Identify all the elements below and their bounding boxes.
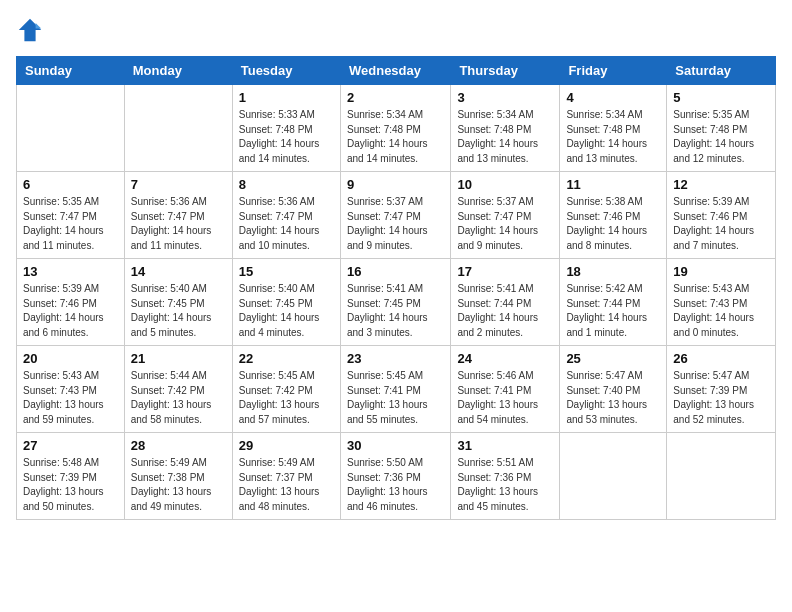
day-number: 29: [239, 438, 334, 453]
day-info: Sunrise: 5:34 AM Sunset: 7:48 PM Dayligh…: [457, 108, 553, 166]
calendar-day-cell: 10Sunrise: 5:37 AM Sunset: 7:47 PM Dayli…: [451, 172, 560, 259]
day-info: Sunrise: 5:49 AM Sunset: 7:38 PM Dayligh…: [131, 456, 226, 514]
day-number: 3: [457, 90, 553, 105]
calendar-day-cell: 13Sunrise: 5:39 AM Sunset: 7:46 PM Dayli…: [17, 259, 125, 346]
day-number: 12: [673, 177, 769, 192]
day-number: 20: [23, 351, 118, 366]
calendar-week-row: 20Sunrise: 5:43 AM Sunset: 7:43 PM Dayli…: [17, 346, 776, 433]
day-info: Sunrise: 5:51 AM Sunset: 7:36 PM Dayligh…: [457, 456, 553, 514]
calendar-day-cell: 7Sunrise: 5:36 AM Sunset: 7:47 PM Daylig…: [124, 172, 232, 259]
calendar-day-cell: 26Sunrise: 5:47 AM Sunset: 7:39 PM Dayli…: [667, 346, 776, 433]
calendar-day-cell: 21Sunrise: 5:44 AM Sunset: 7:42 PM Dayli…: [124, 346, 232, 433]
day-info: Sunrise: 5:35 AM Sunset: 7:47 PM Dayligh…: [23, 195, 118, 253]
day-info: Sunrise: 5:40 AM Sunset: 7:45 PM Dayligh…: [239, 282, 334, 340]
calendar-day-cell: 15Sunrise: 5:40 AM Sunset: 7:45 PM Dayli…: [232, 259, 340, 346]
day-info: Sunrise: 5:48 AM Sunset: 7:39 PM Dayligh…: [23, 456, 118, 514]
day-info: Sunrise: 5:45 AM Sunset: 7:41 PM Dayligh…: [347, 369, 444, 427]
calendar-day-cell: 9Sunrise: 5:37 AM Sunset: 7:47 PM Daylig…: [340, 172, 450, 259]
day-number: 13: [23, 264, 118, 279]
day-number: 2: [347, 90, 444, 105]
day-number: 31: [457, 438, 553, 453]
day-info: Sunrise: 5:43 AM Sunset: 7:43 PM Dayligh…: [673, 282, 769, 340]
calendar-table: SundayMondayTuesdayWednesdayThursdayFrid…: [16, 56, 776, 520]
calendar-day-cell: 14Sunrise: 5:40 AM Sunset: 7:45 PM Dayli…: [124, 259, 232, 346]
calendar-day-cell: 18Sunrise: 5:42 AM Sunset: 7:44 PM Dayli…: [560, 259, 667, 346]
day-info: Sunrise: 5:39 AM Sunset: 7:46 PM Dayligh…: [673, 195, 769, 253]
svg-marker-1: [36, 23, 42, 29]
weekday-header: Saturday: [667, 57, 776, 85]
day-number: 15: [239, 264, 334, 279]
day-number: 7: [131, 177, 226, 192]
day-info: Sunrise: 5:34 AM Sunset: 7:48 PM Dayligh…: [347, 108, 444, 166]
day-number: 4: [566, 90, 660, 105]
day-info: Sunrise: 5:41 AM Sunset: 7:45 PM Dayligh…: [347, 282, 444, 340]
day-info: Sunrise: 5:42 AM Sunset: 7:44 PM Dayligh…: [566, 282, 660, 340]
day-number: 6: [23, 177, 118, 192]
day-info: Sunrise: 5:41 AM Sunset: 7:44 PM Dayligh…: [457, 282, 553, 340]
calendar-day-cell: 25Sunrise: 5:47 AM Sunset: 7:40 PM Dayli…: [560, 346, 667, 433]
calendar-day-cell: 12Sunrise: 5:39 AM Sunset: 7:46 PM Dayli…: [667, 172, 776, 259]
day-info: Sunrise: 5:45 AM Sunset: 7:42 PM Dayligh…: [239, 369, 334, 427]
day-info: Sunrise: 5:37 AM Sunset: 7:47 PM Dayligh…: [347, 195, 444, 253]
weekday-header: Friday: [560, 57, 667, 85]
svg-marker-0: [19, 19, 41, 41]
calendar-day-cell: [17, 85, 125, 172]
calendar-week-row: 1Sunrise: 5:33 AM Sunset: 7:48 PM Daylig…: [17, 85, 776, 172]
calendar-day-cell: 30Sunrise: 5:50 AM Sunset: 7:36 PM Dayli…: [340, 433, 450, 520]
day-info: Sunrise: 5:50 AM Sunset: 7:36 PM Dayligh…: [347, 456, 444, 514]
calendar-day-cell: 4Sunrise: 5:34 AM Sunset: 7:48 PM Daylig…: [560, 85, 667, 172]
calendar-day-cell: [560, 433, 667, 520]
calendar-day-cell: [124, 85, 232, 172]
calendar-day-cell: 31Sunrise: 5:51 AM Sunset: 7:36 PM Dayli…: [451, 433, 560, 520]
weekday-header: Sunday: [17, 57, 125, 85]
calendar-day-cell: 28Sunrise: 5:49 AM Sunset: 7:38 PM Dayli…: [124, 433, 232, 520]
page-header: [16, 16, 776, 44]
calendar-week-row: 27Sunrise: 5:48 AM Sunset: 7:39 PM Dayli…: [17, 433, 776, 520]
day-info: Sunrise: 5:36 AM Sunset: 7:47 PM Dayligh…: [239, 195, 334, 253]
day-number: 1: [239, 90, 334, 105]
calendar-day-cell: 17Sunrise: 5:41 AM Sunset: 7:44 PM Dayli…: [451, 259, 560, 346]
day-number: 9: [347, 177, 444, 192]
day-info: Sunrise: 5:39 AM Sunset: 7:46 PM Dayligh…: [23, 282, 118, 340]
calendar-week-row: 6Sunrise: 5:35 AM Sunset: 7:47 PM Daylig…: [17, 172, 776, 259]
calendar-day-cell: [667, 433, 776, 520]
day-number: 25: [566, 351, 660, 366]
logo-icon: [16, 16, 44, 44]
day-info: Sunrise: 5:37 AM Sunset: 7:47 PM Dayligh…: [457, 195, 553, 253]
day-info: Sunrise: 5:36 AM Sunset: 7:47 PM Dayligh…: [131, 195, 226, 253]
day-info: Sunrise: 5:34 AM Sunset: 7:48 PM Dayligh…: [566, 108, 660, 166]
calendar-day-cell: 27Sunrise: 5:48 AM Sunset: 7:39 PM Dayli…: [17, 433, 125, 520]
day-info: Sunrise: 5:46 AM Sunset: 7:41 PM Dayligh…: [457, 369, 553, 427]
day-info: Sunrise: 5:38 AM Sunset: 7:46 PM Dayligh…: [566, 195, 660, 253]
calendar-day-cell: 24Sunrise: 5:46 AM Sunset: 7:41 PM Dayli…: [451, 346, 560, 433]
day-number: 22: [239, 351, 334, 366]
calendar-day-cell: 16Sunrise: 5:41 AM Sunset: 7:45 PM Dayli…: [340, 259, 450, 346]
day-number: 11: [566, 177, 660, 192]
day-number: 28: [131, 438, 226, 453]
day-number: 18: [566, 264, 660, 279]
day-number: 26: [673, 351, 769, 366]
day-number: 10: [457, 177, 553, 192]
day-number: 17: [457, 264, 553, 279]
day-number: 27: [23, 438, 118, 453]
weekday-header: Wednesday: [340, 57, 450, 85]
calendar-day-cell: 20Sunrise: 5:43 AM Sunset: 7:43 PM Dayli…: [17, 346, 125, 433]
calendar-day-cell: 29Sunrise: 5:49 AM Sunset: 7:37 PM Dayli…: [232, 433, 340, 520]
calendar-day-cell: 6Sunrise: 5:35 AM Sunset: 7:47 PM Daylig…: [17, 172, 125, 259]
day-number: 5: [673, 90, 769, 105]
day-info: Sunrise: 5:47 AM Sunset: 7:40 PM Dayligh…: [566, 369, 660, 427]
day-number: 16: [347, 264, 444, 279]
calendar-week-row: 13Sunrise: 5:39 AM Sunset: 7:46 PM Dayli…: [17, 259, 776, 346]
day-info: Sunrise: 5:47 AM Sunset: 7:39 PM Dayligh…: [673, 369, 769, 427]
day-info: Sunrise: 5:40 AM Sunset: 7:45 PM Dayligh…: [131, 282, 226, 340]
day-number: 30: [347, 438, 444, 453]
calendar-day-cell: 23Sunrise: 5:45 AM Sunset: 7:41 PM Dayli…: [340, 346, 450, 433]
calendar-day-cell: 8Sunrise: 5:36 AM Sunset: 7:47 PM Daylig…: [232, 172, 340, 259]
calendar-day-cell: 1Sunrise: 5:33 AM Sunset: 7:48 PM Daylig…: [232, 85, 340, 172]
logo: [16, 16, 48, 44]
day-number: 8: [239, 177, 334, 192]
calendar-day-cell: 19Sunrise: 5:43 AM Sunset: 7:43 PM Dayli…: [667, 259, 776, 346]
calendar-day-cell: 3Sunrise: 5:34 AM Sunset: 7:48 PM Daylig…: [451, 85, 560, 172]
weekday-header: Tuesday: [232, 57, 340, 85]
day-info: Sunrise: 5:33 AM Sunset: 7:48 PM Dayligh…: [239, 108, 334, 166]
